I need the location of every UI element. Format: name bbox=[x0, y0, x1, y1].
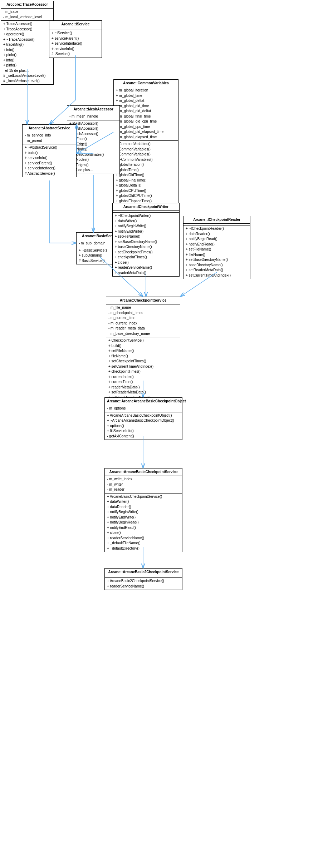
box-arcane-arcane-basic-checkpoint-object-attrs: - m_options bbox=[105, 405, 182, 412]
box-abstract-service: Arcane::AbstractService - m_service_info… bbox=[22, 124, 77, 177]
box-icheckpoint-reader: Arcane::ICheckpointReader + ~ICheckpoint… bbox=[183, 216, 250, 279]
box-icheckpoint-writer-methods: + ~ICheckpointWriter() + dataWriter() + … bbox=[113, 213, 179, 276]
box-abstract-service-title: Arcane::AbstractService bbox=[23, 125, 76, 132]
box-icheckpoint-writer-title: Arcane::ICheckpointWriter bbox=[113, 203, 179, 211]
box-trace-accessor: Arccore::TraceAccessor - m_trace - m_loc… bbox=[1, 1, 54, 85]
box-arcane-basic2-checkpoint-service: Arcane::ArcaneBasic2CheckpointService + … bbox=[104, 568, 182, 590]
box-trace-accessor-methods: + TraceAccessor() + TraceAccessor() + op… bbox=[1, 21, 53, 84]
box-checkpoint-service-methods: + CheckpointService() + build() + setFil… bbox=[106, 337, 180, 406]
box-checkpoint-service: Arcane::CheckpointService - m_file_name … bbox=[106, 297, 180, 407]
box-arcane-basic-checkpoint-service: Arcane::ArcaneBasicCheckpointService - m… bbox=[104, 468, 182, 552]
box-abstract-service-attrs: - m_service_info - m_parent bbox=[23, 132, 76, 144]
box-checkpoint-service-attrs: - m_file_name - m_checkpoint_times - m_c… bbox=[106, 304, 180, 337]
box-common-variables: Arcane::CommonVariables + m_global_itera… bbox=[113, 79, 178, 210]
box-checkpoint-service-title: Arcane::CheckpointService bbox=[106, 297, 180, 304]
box-arcane-basic2-checkpoint-service-methods: + ArcaneBasic2CheckpointService() + read… bbox=[105, 578, 182, 590]
box-mesh-accessor-title: Arcane::MeshAccessor bbox=[67, 106, 119, 113]
box-iservice-methods: + ~IService() + serviceParent() + servic… bbox=[49, 30, 102, 58]
diagram-container: Arccore::TraceAccessor - m_trace - m_loc… bbox=[0, 0, 323, 868]
box-arcane-arcane-basic-checkpoint-object: Arcane::ArcaneArcaneBasicCheckpointObjec… bbox=[104, 397, 182, 440]
box-arcane-basic-checkpoint-service-attrs: - m_write_index - m_writer - m_reader bbox=[105, 476, 182, 493]
box-icheckpoint-writer: Arcane::ICheckpointWriter + ~ICheckpoint… bbox=[112, 203, 180, 277]
box-iservice-title: Arcane::IService bbox=[49, 21, 102, 28]
box-abstract-service-methods: + ~AbstractService() + build() + service… bbox=[23, 144, 76, 177]
box-arcane-arcane-basic-checkpoint-object-title: Arcane::ArcaneArcaneBasicCheckpointObjec… bbox=[105, 398, 182, 405]
box-trace-accessor-attrs: - m_trace - m_local_verbose_level bbox=[1, 9, 53, 21]
box-trace-accessor-title: Arccore::TraceAccessor bbox=[1, 1, 53, 9]
box-mesh-accessor-attrs: - m_mesh_handle bbox=[67, 113, 119, 120]
box-arcane-arcane-basic-checkpoint-object-methods: + ArcaneArcaneBasicCheckpointObject() + … bbox=[105, 412, 182, 440]
box-common-variables-attrs: + m_global_iteration + m_global_time + m… bbox=[114, 87, 178, 141]
box-arcane-basic2-checkpoint-service-title: Arcane::ArcaneBasic2CheckpointService bbox=[105, 569, 182, 576]
box-arcane-basic-checkpoint-service-title: Arcane::ArcaneBasicCheckpointService bbox=[105, 468, 182, 476]
box-common-variables-title: Arcane::CommonVariables bbox=[114, 80, 178, 87]
box-icheckpoint-reader-title: Arcane::ICheckpointReader bbox=[183, 216, 250, 224]
box-common-variables-methods: + CommonVariables() + CommonVariables() … bbox=[114, 141, 178, 210]
box-icheckpoint-reader-methods: + ~ICheckpointReader() + dataReader() + … bbox=[183, 225, 250, 279]
box-arcane-basic-checkpoint-service-methods: + ArcaneBasicCheckpointService() + dataW… bbox=[105, 493, 182, 552]
box-iservice: Arcane::IService + ~IService() + service… bbox=[49, 20, 102, 58]
